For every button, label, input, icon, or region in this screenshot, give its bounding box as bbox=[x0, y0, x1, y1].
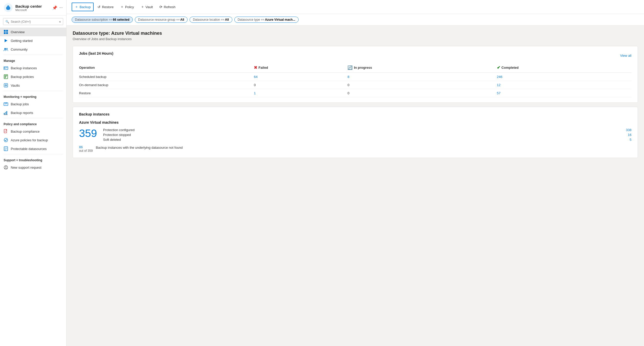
bi-protection-stopped-value[interactable]: 16 bbox=[628, 133, 631, 137]
bi-soft-deleted: Soft deleted 5 bbox=[103, 138, 631, 142]
filter-location-label: Datasource location == bbox=[193, 18, 224, 21]
svg-rect-27 bbox=[6, 111, 7, 115]
overview-icon bbox=[4, 30, 8, 34]
filter-resource-group-label: Datasource resource group == bbox=[138, 18, 180, 21]
azure-policies-icon bbox=[4, 138, 8, 142]
view-all-link[interactable]: View all bbox=[620, 54, 631, 57]
completed-status-icon: ✔ bbox=[497, 65, 500, 70]
backup-reports-icon bbox=[4, 110, 8, 115]
page-title: Datasource type: Azure Virtual machines bbox=[73, 31, 638, 36]
failed-status-icon: ✖ bbox=[254, 65, 257, 70]
monitoring-section-label: Monitoring + reporting bbox=[0, 92, 66, 100]
jobs-card-title: Jobs (last 24 Hours) bbox=[79, 51, 113, 55]
bi-footer-text: Backup instances with the underlying dat… bbox=[96, 146, 183, 149]
filter-datasource-type[interactable]: Datasource type == Azure Virtual mach... bbox=[234, 17, 299, 23]
bi-section-title: Azure Virtual machines bbox=[79, 120, 631, 124]
divider-support bbox=[4, 154, 63, 154]
filter-resource-group[interactable]: Datasource resource group == All bbox=[135, 17, 188, 23]
search-bar[interactable]: 🔍 « bbox=[3, 18, 63, 25]
community-icon bbox=[4, 47, 8, 52]
sidebar-item-backup-compliance[interactable]: Backup compliance bbox=[0, 127, 66, 136]
vault-button[interactable]: ＋ Vault bbox=[138, 3, 156, 11]
svg-point-1 bbox=[8, 5, 9, 6]
col-failed: ✖ Failed bbox=[254, 64, 347, 73]
app-subtitle: Microsoft bbox=[15, 8, 42, 11]
sidebar-item-new-support-label: New support request bbox=[11, 166, 41, 169]
svg-rect-15 bbox=[5, 76, 6, 77]
refresh-button[interactable]: ⟳ Refresh bbox=[157, 3, 178, 11]
sidebar-item-getting-started-label: Getting started bbox=[11, 39, 32, 43]
sidebar-item-protectable-datasources-label: Protectable datasources bbox=[11, 147, 47, 151]
sidebar-item-protectable-datasources[interactable]: Protectable datasources bbox=[0, 144, 66, 153]
refresh-icon: ⟳ bbox=[159, 5, 162, 9]
bi-footer: 86 out of 359 Backup instances with the … bbox=[79, 145, 631, 153]
pin-icon[interactable]: 📌 bbox=[52, 5, 57, 10]
svg-rect-20 bbox=[4, 103, 8, 106]
policy-plus-icon: ＋ bbox=[120, 5, 124, 9]
cell-inprogress: 0 bbox=[347, 89, 497, 97]
svg-rect-12 bbox=[6, 68, 7, 69]
backup-instances-card: Backup instances Azure Virtual machines … bbox=[73, 107, 638, 158]
cell-failed[interactable]: 64 bbox=[254, 73, 347, 81]
vault-plus-icon: ＋ bbox=[141, 5, 144, 9]
vaults-icon bbox=[4, 83, 8, 88]
main-content: ＋ Backup ↺ Restore ＋ Policy ＋ Vault ⟳ Re… bbox=[67, 0, 644, 346]
cell-failed[interactable]: 1 bbox=[254, 89, 347, 97]
cell-completed[interactable]: 57 bbox=[497, 89, 631, 97]
page-subtitle: Overview of Jobs and Backup instances bbox=[73, 37, 638, 41]
restore-button-label: Restore bbox=[102, 5, 114, 9]
search-icon: 🔍 bbox=[5, 20, 9, 24]
sidebar-item-azure-policies-label: Azure policies for backup bbox=[11, 138, 48, 142]
sidebar-item-backup-compliance-label: Backup compliance bbox=[11, 130, 40, 133]
restore-button[interactable]: ↺ Restore bbox=[95, 3, 116, 11]
backup-button[interactable]: ＋ Backup bbox=[72, 3, 94, 11]
cell-completed[interactable]: 246 bbox=[497, 73, 631, 81]
sidebar-item-azure-policies[interactable]: Azure policies for backup bbox=[0, 136, 66, 144]
bi-footer-count[interactable]: 86 bbox=[79, 145, 93, 149]
svg-point-7 bbox=[4, 48, 6, 50]
bi-protection-configured-value[interactable]: 338 bbox=[626, 128, 631, 132]
filter-resource-group-value: All bbox=[180, 18, 184, 21]
sidebar-item-community[interactable]: Community bbox=[0, 45, 66, 54]
bi-protection-stopped-label: Protection stopped bbox=[103, 133, 131, 137]
sidebar-item-backup-instances-label: Backup instances bbox=[11, 66, 37, 70]
sidebar-item-vaults[interactable]: Vaults bbox=[0, 81, 66, 90]
sidebar-item-backup-jobs-label: Backup jobs bbox=[11, 102, 29, 106]
bi-details: Protection configured 338 Protection sto… bbox=[103, 128, 631, 142]
filter-location-value: All bbox=[225, 18, 229, 21]
cell-completed[interactable]: 12 bbox=[497, 81, 631, 89]
svg-point-19 bbox=[6, 85, 6, 86]
more-icon[interactable]: ··· bbox=[59, 5, 63, 10]
filter-datasource-type-value: Azure Virtual mach... bbox=[265, 18, 295, 21]
policy-button[interactable]: ＋ Policy bbox=[117, 3, 137, 11]
sidebar-item-backup-jobs[interactable]: Backup jobs bbox=[0, 100, 66, 108]
table-row: Scheduled backup 64 8 246 bbox=[79, 73, 631, 81]
svg-rect-16 bbox=[5, 77, 6, 78]
svg-rect-4 bbox=[4, 32, 6, 34]
svg-rect-14 bbox=[5, 75, 7, 76]
cell-operation: On-demand backup bbox=[79, 81, 254, 89]
backup-instances-icon bbox=[4, 66, 8, 70]
sidebar-item-new-support[interactable]: New support request bbox=[0, 163, 66, 172]
collapse-icon[interactable]: « bbox=[59, 20, 61, 24]
cell-inprogress[interactable]: 8 bbox=[347, 73, 497, 81]
manage-section-label: Manage bbox=[0, 56, 66, 64]
sidebar-item-backup-policies[interactable]: Backup policies bbox=[0, 72, 66, 81]
sidebar-item-backup-instances[interactable]: Backup instances bbox=[0, 64, 66, 72]
filter-location[interactable]: Datasource location == All bbox=[190, 17, 232, 23]
bi-protection-configured-label: Protection configured bbox=[103, 128, 135, 132]
sidebar-item-overview[interactable]: Overview bbox=[0, 28, 66, 36]
vault-button-label: Vault bbox=[146, 5, 153, 9]
toolbar: ＋ Backup ↺ Restore ＋ Policy ＋ Vault ⟳ Re… bbox=[67, 0, 644, 14]
backup-policies-icon bbox=[4, 74, 8, 79]
sidebar-item-backup-reports[interactable]: Backup reports bbox=[0, 108, 66, 117]
sidebar-item-getting-started[interactable]: Getting started bbox=[0, 36, 66, 45]
search-input[interactable] bbox=[11, 20, 58, 24]
filter-subscription[interactable]: Datasource subscription == 66 selected bbox=[72, 17, 133, 23]
bi-soft-deleted-value[interactable]: 5 bbox=[630, 138, 631, 142]
bi-soft-deleted-label: Soft deleted bbox=[103, 138, 121, 142]
sidebar-item-backup-policies-label: Backup policies bbox=[11, 75, 34, 79]
backup-instances-card-title: Backup instances bbox=[79, 112, 631, 116]
svg-rect-2 bbox=[4, 30, 6, 32]
restore-icon: ↺ bbox=[97, 5, 101, 9]
